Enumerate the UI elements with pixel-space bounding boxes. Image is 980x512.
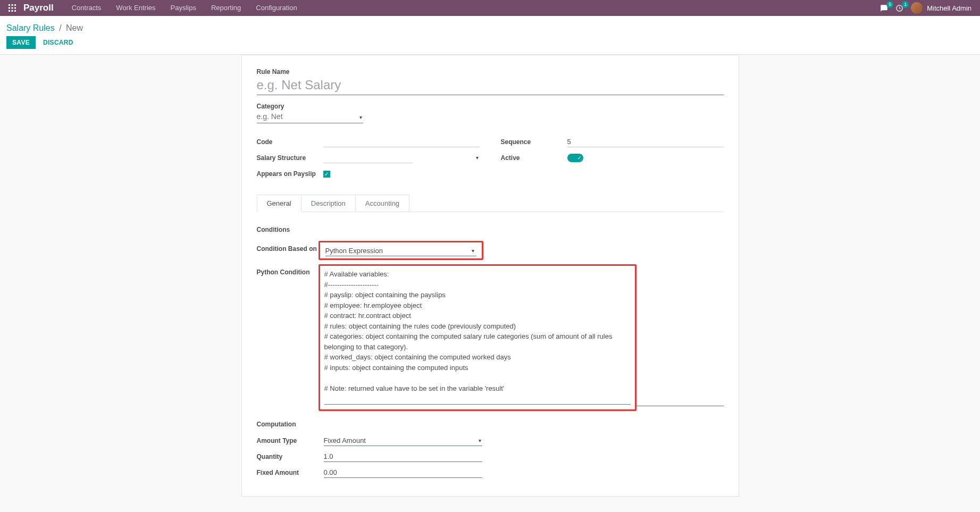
appears-on-payslip-label: Appears on Payslip — [257, 170, 323, 178]
category-label: Category — [257, 103, 724, 110]
user-menu[interactable]: Mitchell Admin — [911, 2, 971, 14]
breadcrumb-separator: / — [59, 23, 61, 32]
activities-icon[interactable]: 1 — [895, 4, 903, 12]
avatar — [911, 2, 923, 14]
navbar-menu: Contracts Work Entries Payslips Reportin… — [64, 0, 305, 16]
save-button[interactable]: SAVE — [6, 36, 36, 49]
python-condition-textarea[interactable] — [324, 269, 631, 405]
svg-rect-7 — [12, 10, 13, 12]
breadcrumb: Salary Rules / New — [6, 20, 974, 33]
computation-header: Computation — [257, 421, 724, 428]
messages-badge: 5 — [886, 1, 893, 8]
quantity-input[interactable] — [324, 451, 482, 462]
condition-based-on-select[interactable] — [325, 246, 476, 256]
svg-rect-0 — [9, 4, 10, 6]
tab-accounting[interactable]: Accounting — [355, 195, 409, 212]
condition-based-on-highlight: ▾ — [319, 241, 483, 260]
nav-work-entries[interactable]: Work Entries — [108, 0, 163, 16]
tab-description[interactable]: Description — [301, 195, 356, 212]
nav-configuration[interactable]: Configuration — [248, 0, 304, 16]
control-panel: Salary Rules / New SAVE DISCARD — [0, 16, 980, 55]
check-icon: ✓ — [577, 156, 582, 161]
nav-reporting[interactable]: Reporting — [204, 0, 248, 16]
discard-button[interactable]: DISCARD — [41, 37, 76, 48]
breadcrumb-root[interactable]: Salary Rules — [6, 23, 55, 32]
amount-type-label: Amount Type — [257, 437, 324, 444]
svg-rect-4 — [12, 7, 13, 9]
svg-rect-8 — [14, 10, 16, 12]
svg-rect-5 — [14, 7, 16, 9]
fixed-amount-input[interactable] — [324, 467, 482, 478]
condition-based-on-label: Condition Based on — [257, 241, 319, 253]
caret-down-icon: ▾ — [476, 155, 479, 161]
svg-rect-2 — [14, 4, 16, 6]
quantity-label: Quantity — [257, 453, 324, 460]
active-toggle[interactable]: ✓ — [567, 154, 583, 162]
salary-structure-label: Salary Structure — [257, 154, 323, 162]
top-navbar: Payroll Contracts Work Entries Payslips … — [0, 0, 980, 16]
messages-icon[interactable]: 5 — [880, 4, 888, 12]
rule-name-label: Rule Name — [257, 68, 724, 75]
python-condition-label: Python Condition — [257, 264, 319, 276]
active-label: Active — [501, 154, 567, 162]
form-sheet: Rule Name Category ▾ Code Salary Structu… — [241, 55, 739, 497]
code-input[interactable] — [323, 137, 480, 147]
nav-payslips[interactable]: Payslips — [163, 0, 204, 16]
category-input[interactable] — [257, 111, 363, 123]
tabs: General Description Accounting — [257, 195, 724, 212]
code-label: Code — [257, 138, 323, 146]
tab-general[interactable]: General — [257, 195, 301, 212]
sequence-label: Sequence — [501, 138, 567, 146]
svg-rect-3 — [9, 7, 10, 9]
tab-content-general: Conditions Condition Based on ▾ Python C… — [257, 212, 724, 478]
rule-name-input[interactable] — [257, 77, 724, 95]
sequence-input[interactable] — [567, 137, 724, 147]
breadcrumb-current: New — [66, 23, 83, 32]
svg-rect-1 — [12, 4, 13, 6]
appears-on-payslip-checkbox[interactable]: ✓ — [323, 171, 330, 178]
user-name: Mitchell Admin — [927, 4, 971, 12]
conditions-header: Conditions — [257, 226, 724, 233]
app-brand[interactable]: Payroll — [23, 3, 54, 13]
apps-icon[interactable] — [9, 4, 16, 12]
nav-contracts[interactable]: Contracts — [64, 0, 109, 16]
svg-rect-6 — [9, 10, 10, 12]
amount-type-select[interactable] — [324, 435, 482, 446]
fixed-amount-label: Fixed Amount — [257, 469, 324, 476]
salary-structure-input[interactable] — [323, 153, 413, 163]
python-condition-highlight — [319, 264, 636, 411]
activities-badge: 1 — [902, 1, 909, 8]
